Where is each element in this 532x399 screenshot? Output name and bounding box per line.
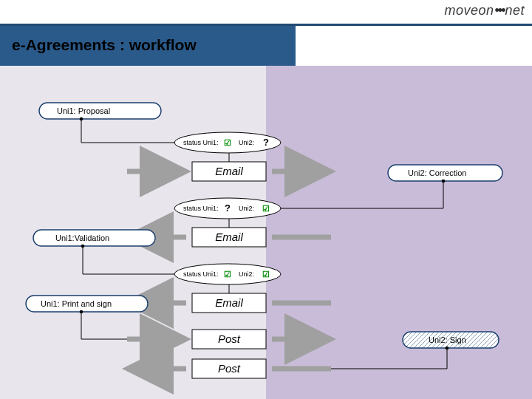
workflow-diagram: Uni1: Proposal status Uni1: ☑ Uni2: ? Em… <box>0 66 532 399</box>
check-icon: ☑ <box>262 270 270 279</box>
svg-text:Uni2:: Uni2: <box>239 205 254 212</box>
connector-correction-status2 <box>281 181 443 208</box>
question-icon: ? <box>263 137 269 148</box>
status-row-2: status Uni1: ? Uni2: ☑ <box>174 198 281 219</box>
connector-proposal-status1 <box>81 119 177 143</box>
svg-text:status Uni1:: status Uni1: <box>183 205 219 212</box>
svg-text:Post: Post <box>218 362 241 375</box>
svg-text:Email: Email <box>215 165 243 177</box>
logo: moveon•••net <box>445 3 525 18</box>
svg-text:status Uni1:: status Uni1: <box>183 139 219 146</box>
check-icon: ☑ <box>224 138 231 147</box>
check-icon: ☑ <box>262 204 270 213</box>
connector-validation-status3 <box>83 246 177 274</box>
node-uni2-sign-label: Uni2: Sign <box>429 335 466 344</box>
top-bar: moveon•••net <box>0 0 532 26</box>
diagram-stage: Uni1: Proposal status Uni1: ☑ Uni2: ? Em… <box>0 66 532 399</box>
connector-print-post1 <box>81 312 127 339</box>
svg-text:Uni2:: Uni2: <box>239 270 254 278</box>
node-uni1-proposal-label: Uni1: Proposal <box>57 106 110 115</box>
page-title: e-Agreements : workflow <box>12 36 197 54</box>
connector-sign-post2 <box>331 348 447 369</box>
svg-text:Email: Email <box>215 231 243 243</box>
check-icon: ☑ <box>224 270 231 279</box>
status-row-3: status Uni1: ☑ Uni2: ☑ <box>174 264 281 284</box>
question-icon: ? <box>225 202 231 214</box>
logo-left: moveon <box>445 3 494 18</box>
svg-point-1 <box>80 117 83 121</box>
logo-dots: ••• <box>495 3 505 18</box>
svg-text:Email: Email <box>215 296 243 309</box>
logo-right: net <box>505 3 525 18</box>
svg-text:Post: Post <box>218 332 241 345</box>
svg-text:Uni2:: Uni2: <box>239 139 254 146</box>
status-row-1: status Uni1: ☑ Uni2: ? <box>174 132 281 153</box>
node-uni1-validation-label: Uni1:Validation <box>55 233 109 242</box>
node-uni1-print-label: Uni1: Print and sign <box>41 299 112 308</box>
title-bar: e-Agreements : workflow <box>0 26 532 66</box>
node-uni2-correction-label: Uni2: Correction <box>408 168 466 177</box>
svg-text:status Uni1:: status Uni1: <box>183 270 219 278</box>
